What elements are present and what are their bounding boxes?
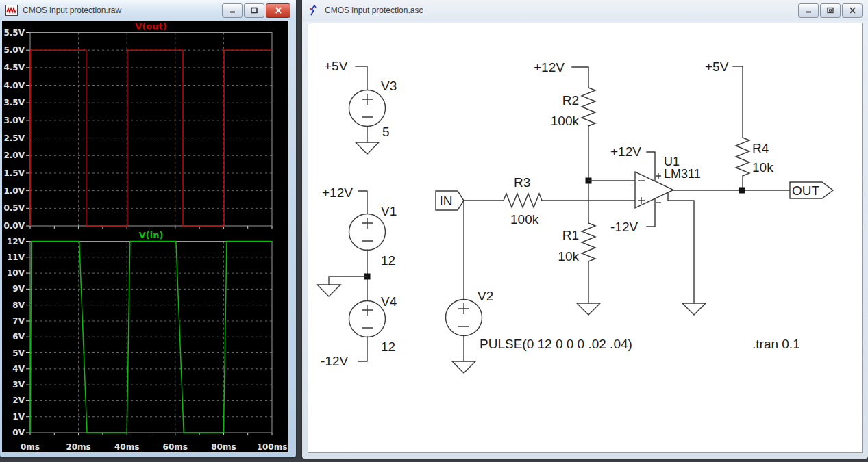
value-R3: 100k <box>510 212 539 227</box>
designator-R1: R1 <box>562 228 579 242</box>
y-axis-label: 7V <box>12 316 25 326</box>
y-axis-label: 4V <box>12 364 25 374</box>
y-axis-label: 3.0V <box>3 116 25 125</box>
y-axis-label: 4.5V <box>3 63 25 73</box>
close-button[interactable] <box>266 3 290 18</box>
y-axis-label: 5.0V <box>3 45 25 55</box>
value-V4: 12 <box>381 339 395 354</box>
y-axis-label: 1.0V <box>3 186 25 196</box>
x-axis-label: 80ms <box>211 442 236 452</box>
restore-icon <box>826 7 834 14</box>
ground-symbol <box>452 361 475 373</box>
y-axis-label: 3V <box>12 380 25 389</box>
y-axis-label: 0.0V <box>3 221 25 231</box>
y-axis-label: 12V <box>7 237 25 246</box>
designator-V3: V3 <box>381 79 397 93</box>
x-axis-label: 40ms <box>114 442 139 452</box>
net-label-plus12v: +12V <box>610 144 641 159</box>
waveform-plot-area[interactable]: 5.5V5.0V4.5V4.0V3.5V3.0V2.5V2.0V1.5V1.0V… <box>2 21 288 452</box>
port-flag-out[interactable]: OUT <box>790 182 833 198</box>
ground-symbol <box>682 303 706 315</box>
waveform-app-icon <box>5 5 18 16</box>
value-R1: 10k <box>558 249 579 264</box>
minimize-button[interactable] <box>222 3 243 18</box>
net-label-plus5v: +5V <box>705 60 729 74</box>
resistor-R2[interactable]: +12V R2 100k <box>534 60 595 177</box>
minimize-icon <box>804 7 813 14</box>
y-axis-label: 1V <box>12 412 25 422</box>
port-label-out: OUT <box>792 183 820 198</box>
resistor-R3[interactable]: R3 100k <box>464 175 635 227</box>
y-axis-label: 0.5V <box>3 203 25 213</box>
value-V1: 12 <box>381 253 395 268</box>
y-axis-label: 10V <box>7 268 25 278</box>
part-LM311: LM311 <box>664 167 701 181</box>
y-axis-label: 6V <box>12 332 25 342</box>
ground-symbol <box>577 303 600 315</box>
y-axis-label: 5.5V <box>3 28 25 38</box>
voltage-source-V2[interactable]: V2 PULSE(0 12 0 0 0 .02 .04) <box>446 201 632 373</box>
resistor-R4[interactable]: +5V R4 10k <box>705 60 773 190</box>
x-axis-label: 60ms <box>163 442 188 452</box>
waveform-plots[interactable]: 5.5V5.0V4.5V4.0V3.5V3.0V2.5V2.0V1.5V1.0V… <box>2 21 288 452</box>
close-icon <box>849 7 856 14</box>
restore-button[interactable] <box>820 3 841 18</box>
ground-symbol <box>317 285 340 296</box>
maximize-icon <box>250 7 258 14</box>
minimize-button[interactable] <box>798 3 819 18</box>
net-label-plus5v: +5V <box>324 59 348 73</box>
y-axis-label: 2V <box>12 396 25 405</box>
y-axis-label: 5V <box>12 348 25 358</box>
port-label-in: IN <box>440 194 453 208</box>
comparator-U1[interactable]: +12V -12V U1 LM311 <box>610 144 706 315</box>
waveform-window-title: CMOS input protection.raw <box>23 5 222 15</box>
value-V3: 5 <box>382 125 390 139</box>
designator-R2: R2 <box>562 93 579 107</box>
voltage-source-V4[interactable]: V4 12 -12V <box>321 294 397 368</box>
net-label-minus12v: -12V <box>321 354 348 368</box>
value-R4: 10k <box>752 160 773 175</box>
schematic-drawing[interactable]: +5V V3 5 +12V V1 12 V4 <box>308 23 862 452</box>
close-icon <box>275 7 282 14</box>
value-V2-pulse: PULSE(0 12 0 0 0 .02 .04) <box>480 337 632 351</box>
minimize-icon <box>228 7 236 14</box>
y-axis-label: 11V <box>7 253 25 262</box>
plot-border <box>30 33 272 227</box>
y-axis-label: 2.0V <box>3 151 25 160</box>
ground-symbol <box>356 142 379 154</box>
x-axis-label: 0ms <box>21 442 40 452</box>
y-axis-label: 2.5V <box>3 133 25 143</box>
y-axis-label: 3.5V <box>3 98 25 107</box>
designator-R4: R4 <box>752 141 769 155</box>
designator-V4: V4 <box>381 294 397 309</box>
trace-title[interactable]: V(out) <box>135 21 166 31</box>
port-flag-in[interactable]: IN <box>436 191 464 210</box>
net-label-plus12v: +12V <box>322 185 353 200</box>
voltage-source-V1[interactable]: +12V V1 12 <box>317 185 397 300</box>
waveform-titlebar[interactable]: CMOS input protection.raw <box>0 0 296 21</box>
schematic-titlebar[interactable]: CMOS input protection.asc <box>302 0 868 21</box>
spice-directive-tran: .tran 0.1 <box>752 337 800 351</box>
close-button[interactable] <box>842 3 863 18</box>
designator-V2: V2 <box>478 289 493 303</box>
designator-U1: U1 <box>664 155 680 168</box>
junction-dot <box>739 188 745 194</box>
designator-R3: R3 <box>514 175 530 190</box>
y-axis-label: 4.0V <box>3 81 25 90</box>
maximize-button[interactable] <box>244 3 264 18</box>
net-label-minus12v: -12V <box>610 220 638 234</box>
y-axis-label: 1.5V <box>3 168 25 178</box>
resistor-R1[interactable]: R1 10k <box>558 183 600 315</box>
net-label-plus12v: +12V <box>534 60 565 75</box>
x-axis-label: 100ms <box>257 442 288 452</box>
designator-V1: V1 <box>381 204 397 218</box>
y-axis-label: 0V <box>12 428 25 437</box>
schematic-canvas[interactable]: +5V V3 5 +12V V1 12 V4 <box>308 23 863 453</box>
voltage-source-V3[interactable]: +5V V3 5 <box>324 59 397 154</box>
y-axis-label: 8V <box>12 300 25 310</box>
ltspice-app-icon <box>308 5 320 16</box>
schematic-window: CMOS input protection.asc <box>302 0 868 459</box>
y-axis-label: 9V <box>12 284 25 294</box>
schematic-window-title: CMOS input protection.asc <box>325 5 798 15</box>
trace-title[interactable]: V(in) <box>139 230 164 240</box>
